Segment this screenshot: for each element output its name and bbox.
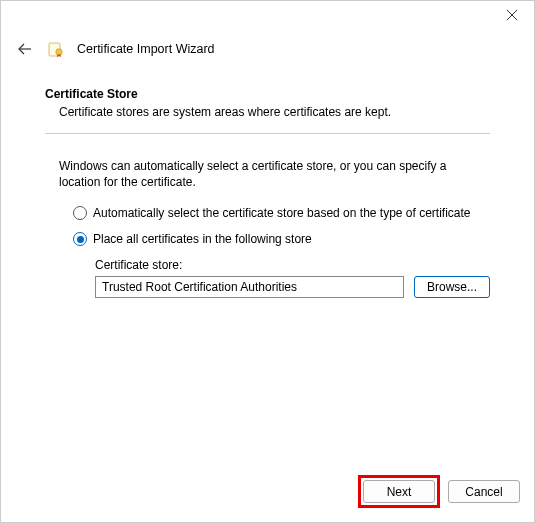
radio-icon <box>73 232 87 246</box>
browse-button[interactable]: Browse... <box>414 276 490 298</box>
certificate-store-input[interactable] <box>95 276 404 298</box>
intro-text: Windows can automatically select a certi… <box>45 158 490 190</box>
section-description: Certificate stores are system areas wher… <box>45 105 490 119</box>
close-icon <box>507 10 517 20</box>
next-highlight: Next <box>358 475 440 508</box>
certificate-wizard-icon <box>47 40 65 58</box>
radio-auto-select[interactable]: Automatically select the certificate sto… <box>73 206 490 220</box>
divider <box>45 133 490 134</box>
cancel-button[interactable]: Cancel <box>448 480 520 503</box>
next-button[interactable]: Next <box>363 480 435 503</box>
radio-manual-label: Place all certificates in the following … <box>93 232 312 246</box>
store-label: Certificate store: <box>95 258 490 272</box>
radio-auto-label: Automatically select the certificate sto… <box>93 206 471 220</box>
radio-icon <box>73 206 87 220</box>
section-title: Certificate Store <box>45 87 490 101</box>
wizard-header: Certificate Import Wizard <box>1 31 534 77</box>
radio-manual-store[interactable]: Place all certificates in the following … <box>73 232 490 246</box>
back-button[interactable] <box>15 39 35 59</box>
wizard-title: Certificate Import Wizard <box>77 42 215 56</box>
close-button[interactable] <box>489 1 534 29</box>
svg-point-4 <box>56 49 62 55</box>
back-arrow-icon <box>17 41 33 57</box>
